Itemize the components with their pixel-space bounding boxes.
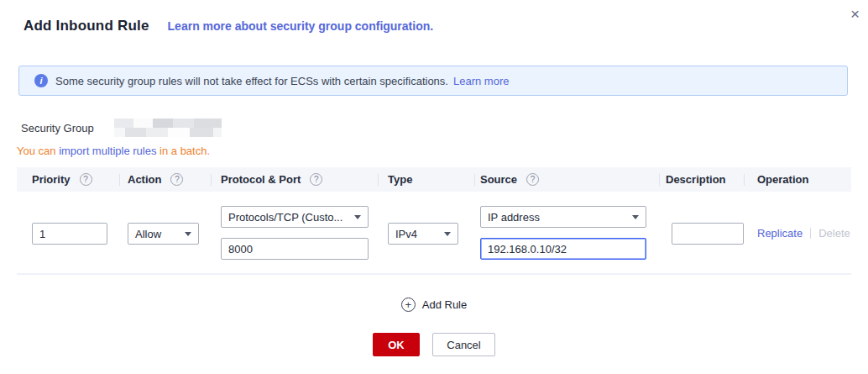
caret-down-icon	[444, 232, 451, 236]
rule-row: Allow Protocols/TCP (Custo... IPv4 IP ad…	[17, 192, 851, 273]
security-group-row: Security Group	[21, 119, 222, 137]
header-divider	[474, 174, 475, 186]
add-inbound-rule-dialog: × Add Inbound Rule Learn more about secu…	[0, 0, 868, 374]
header-divider	[378, 174, 379, 186]
info-banner: i Some security group rules will not tak…	[18, 66, 848, 96]
protocol-port-help-icon[interactable]: ?	[310, 173, 322, 186]
header-priority: Priority ?	[32, 167, 92, 192]
caret-down-icon	[354, 215, 361, 219]
security-group-redacted-value	[114, 119, 222, 137]
header-action: Action ?	[128, 167, 183, 192]
header-divider	[744, 174, 745, 186]
rules-table-header: Priority ? Action ? Protocol & Port ? Ty…	[17, 167, 851, 192]
replicate-link[interactable]: Replicate	[757, 227, 803, 240]
header-description: Description	[666, 167, 726, 192]
banner-text: Some security group rules will not take …	[55, 75, 448, 87]
priority-help-icon[interactable]: ?	[80, 173, 92, 186]
action-select-value: Allow	[135, 228, 161, 240]
operation-cell: Replicate Delete	[757, 227, 850, 240]
header-divider	[211, 174, 212, 186]
batch-tip-prefix: You can	[17, 145, 59, 157]
batch-tip-suffix: in a batch.	[156, 145, 210, 157]
source-ip-input[interactable]	[480, 238, 646, 260]
dialog-header: Add Inbound Rule Learn more about securi…	[24, 18, 433, 34]
import-rules-link[interactable]: import multiple rules	[59, 145, 156, 157]
header-type: Type	[388, 167, 412, 192]
banner-learn-more-link[interactable]: Learn more	[453, 75, 509, 87]
dialog-footer: OK Cancel	[0, 333, 868, 356]
priority-input[interactable]	[32, 223, 107, 245]
add-rule-button[interactable]: + Add Rule	[401, 298, 467, 312]
header-divider	[119, 174, 120, 186]
batch-import-tip: You can import multiple rules in a batch…	[17, 145, 210, 157]
table-bottom-divider	[17, 273, 851, 275]
cancel-button[interactable]: Cancel	[432, 333, 495, 356]
port-input[interactable]	[221, 238, 369, 260]
learn-more-configuration-link[interactable]: Learn more about security group configur…	[168, 19, 434, 33]
description-input[interactable]	[672, 223, 744, 245]
protocol-select-value: Protocols/TCP (Custo...	[228, 211, 342, 224]
close-icon[interactable]: ×	[850, 6, 860, 22]
source-type-select-value: IP address	[488, 211, 540, 224]
header-source: Source ?	[480, 167, 539, 192]
add-rule-label: Add Rule	[422, 298, 467, 311]
dialog-title: Add Inbound Rule	[24, 18, 149, 34]
header-protocol-port: Protocol & Port ?	[221, 167, 322, 192]
ok-button[interactable]: OK	[373, 333, 420, 356]
type-select[interactable]: IPv4	[388, 223, 458, 245]
caret-down-icon	[185, 232, 191, 236]
header-divider	[659, 174, 660, 186]
protocol-select[interactable]: Protocols/TCP (Custo...	[221, 206, 369, 228]
caret-down-icon	[632, 215, 639, 219]
action-select[interactable]: Allow	[128, 223, 199, 245]
info-icon: i	[34, 74, 48, 87]
circle-plus-icon: +	[401, 298, 416, 312]
delete-link[interactable]: Delete	[818, 227, 850, 240]
header-operation: Operation	[757, 167, 808, 192]
source-type-select[interactable]: IP address	[480, 206, 646, 228]
action-help-icon[interactable]: ?	[170, 173, 183, 186]
source-help-icon[interactable]: ?	[526, 173, 539, 186]
security-group-label: Security Group	[21, 122, 94, 134]
type-select-value: IPv4	[395, 228, 417, 240]
operation-divider	[810, 228, 811, 239]
